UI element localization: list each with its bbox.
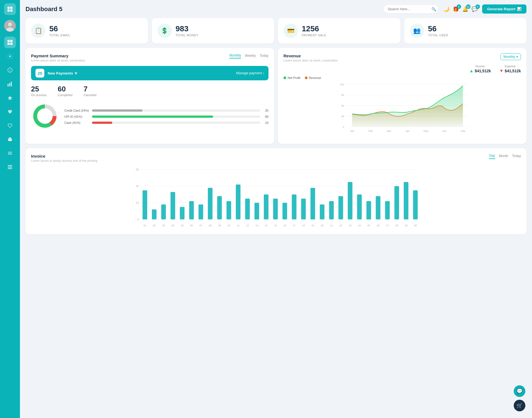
page-title: Dashboard 5 [25,6,379,13]
svg-rect-28 [8,168,12,169]
gift-badge: 2 [457,4,461,9]
chevron-down-icon: ▾ [516,55,518,59]
sidebar-item-star[interactable] [4,92,16,104]
email-number: 56 [49,25,70,33]
svg-text:30: 30 [341,115,344,118]
invoice-title: Invoice [31,154,97,158]
svg-rect-9 [7,43,10,45]
progress-label: UPI ID (41%) [64,115,89,118]
manage-payment-link[interactable]: Manage payment › [236,71,264,75]
generate-report-button[interactable]: Generate Report 📊 [482,4,526,14]
invoice-tab-month[interactable]: Month [499,154,508,159]
search-icon[interactable]: 🔍 [431,7,436,11]
bar-15 [273,199,278,219]
svg-text:12: 12 [246,224,249,227]
sidebar-item-heart2[interactable] [4,120,16,131]
svg-text:0: 0 [343,125,344,128]
invoice-chart: 6040200010203040506070809101112131415161… [31,167,521,229]
chat-icon[interactable]: 💬 5 [472,6,478,12]
svg-text:Mar: Mar [387,129,392,132]
tab-weekly[interactable]: Weekly [245,53,256,58]
tab-monthly[interactable]: Monthly [229,53,241,58]
svg-text:04: 04 [172,224,174,227]
svg-point-11 [9,55,11,57]
svg-rect-0 [7,7,10,9]
user-icon: 👥 [410,24,424,38]
svg-text:29: 29 [405,224,407,227]
progress-bar-fill [92,116,213,118]
revenue-header: Revenue Lorem ipsum dolor sit amet, cons… [283,53,521,62]
svg-rect-21 [9,140,11,141]
svg-text:27: 27 [386,224,389,227]
progress-label: Credit Card (24%) [64,109,89,112]
new-payments-label: New Payments [48,71,233,75]
svg-rect-3 [10,9,12,12]
sidebar-item-settings[interactable] [4,50,16,62]
sidebar [0,0,20,418]
cart-fab[interactable]: 🛒 [514,400,525,411]
svg-text:02: 02 [153,224,155,227]
svg-text:Jun: Jun [442,129,446,132]
bar-09 [217,196,222,219]
new-payments-count: 25 [35,69,44,78]
avatar[interactable] [4,20,16,32]
invoice-tab-day[interactable]: Day [489,154,495,159]
progress-bar-bg [92,116,260,118]
canceled-value: 7 [83,85,96,93]
svg-text:40: 40 [136,185,139,188]
sidebar-item-analytics[interactable] [4,78,16,90]
svg-text:28: 28 [395,224,398,227]
gift-icon[interactable]: 🎁 2 [453,6,459,12]
new-payments-bar: 25 New Payments Manage payment › [31,66,268,80]
svg-text:25: 25 [367,224,370,227]
money-number: 983 [176,25,199,33]
canceled-label: Canceled [83,93,96,97]
completed-label: Completed [58,93,72,97]
sidebar-item-heart[interactable] [4,106,16,117]
bar-30 [413,190,418,219]
money-label: TOTAL MONEY [176,34,199,37]
revenue-dropdown[interactable]: Monthly ▾ [500,53,521,60]
bar-10 [226,201,231,219]
income-expense-row: Income ▲ $41,512k Expense ▼ $41,512k [283,65,521,73]
sidebar-item-list[interactable] [4,161,16,173]
progress-value: 25 [263,109,268,112]
bar-13 [254,203,259,219]
bar-25 [366,201,371,219]
support-fab[interactable]: 💬 [514,385,525,397]
payment-summary-header: Payment Summary Lorem ipsum dolor sit am… [31,53,268,62]
svg-text:11: 11 [237,224,239,227]
legend-revenue: Revenue [305,76,321,80]
progress-bar-fill [92,109,142,112]
sidebar-item-info[interactable] [4,64,16,76]
main-content: Dashboard 5 🔍 🌙 🎁 2 🔔 12 💬 5 Generate Re… [20,0,532,418]
bar-05 [180,207,185,219]
svg-text:Apr: Apr [405,129,410,132]
email-label: TOTAL EMAIL [49,34,70,37]
search-container: 🔍 [383,4,439,14]
search-input[interactable] [383,4,439,14]
svg-text:09: 09 [218,224,221,227]
header: Dashboard 5 🔍 🌙 🎁 2 🔔 12 💬 5 Generate Re… [25,4,526,14]
progress-row: Credit Card (24%) 25 [64,109,268,112]
generate-report-label: Generate Report [487,7,515,11]
tab-today[interactable]: Today [260,53,268,58]
svg-rect-26 [8,165,12,166]
payment-label: PAYMENT SALE [302,34,326,37]
bar-04 [170,192,175,219]
sidebar-item-print[interactable] [4,134,16,145]
stat-on-process: 25 On process [31,85,47,97]
user-label: TOTAL USER [428,34,448,37]
theme-toggle[interactable]: 🌙 [443,6,449,12]
svg-text:22: 22 [339,224,342,227]
svg-rect-20 [9,137,11,139]
invoice-tab-today[interactable]: Today [512,154,521,159]
bell-icon[interactable]: 🔔 12 [462,6,468,12]
svg-text:May: May [423,129,428,132]
completed-value: 60 [58,85,72,93]
bar-11 [236,184,241,219]
sidebar-item-dashboard[interactable] [4,37,16,48]
sidebar-item-menu[interactable] [4,147,16,159]
money-icon: 💲 [157,24,172,38]
income-icon: ▲ [469,68,474,73]
